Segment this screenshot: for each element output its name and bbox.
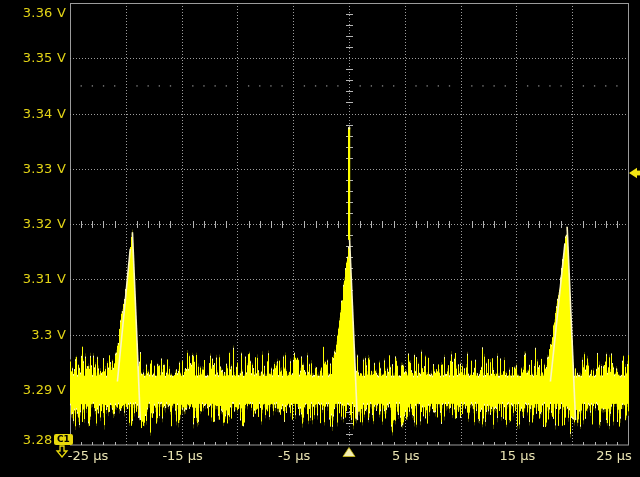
waveform-canvas: [0, 0, 640, 477]
channel-offset-down-arrow-icon[interactable]: [55, 445, 69, 458]
y-axis-tick-label: 3.35 V: [0, 51, 66, 65]
y-axis-tick-label: 3.29 V: [0, 383, 66, 397]
x-axis-tick-label: -15 µs: [162, 449, 202, 463]
channel-badge-c1[interactable]: C1: [54, 434, 73, 445]
y-axis-tick-label: 3.31 V: [0, 272, 66, 286]
y-axis-tick-label: 3.3 V: [0, 328, 66, 342]
x-axis-tick-label: 5 µs: [392, 449, 419, 463]
y-axis-tick-label: 3.34 V: [0, 107, 66, 121]
oscilloscope-screen: 3.36 V3.35 V3.34 V3.33 V3.32 V3.31 V3.3 …: [0, 0, 640, 477]
trigger-position-marker-icon[interactable]: [342, 447, 356, 457]
trigger-level-marker-icon[interactable]: [629, 167, 640, 179]
y-axis-tick-label: 3.36 V: [0, 6, 66, 20]
x-axis-tick-label: 25 µs: [596, 449, 632, 463]
y-axis-tick-label: 3.32 V: [0, 217, 66, 231]
x-axis-tick-label: -5 µs: [278, 449, 310, 463]
y-axis-tick-label: 3.33 V: [0, 162, 66, 176]
x-axis-tick-label: -25 µs: [68, 449, 108, 463]
x-axis-tick-label: 15 µs: [500, 449, 536, 463]
